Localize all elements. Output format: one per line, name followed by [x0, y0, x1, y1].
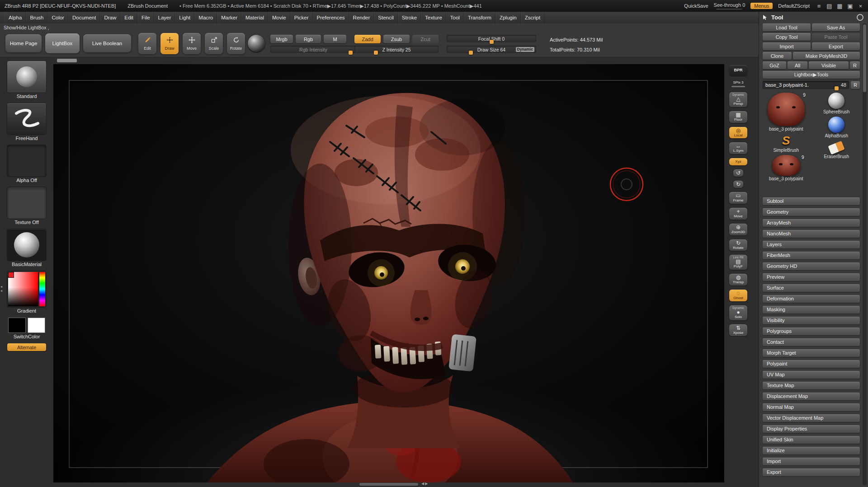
section-contact[interactable]: Contact — [763, 338, 860, 346]
tool-head-thumbnail[interactable] — [772, 155, 800, 176]
zadd-button[interactable]: Zadd — [354, 35, 381, 43]
l-sym-button[interactable]: ↔L.Sym — [729, 142, 747, 154]
rotate-mode-button[interactable]: Rotate — [227, 33, 245, 54]
section-subtool[interactable]: Subtool — [763, 197, 860, 205]
section-surface[interactable]: Surface — [763, 284, 860, 292]
live-boolean-button[interactable]: Live Boolean — [83, 34, 131, 52]
rgb-intensity-slider[interactable]: Rgb Intensity — [270, 46, 356, 53]
section-layers[interactable]: Layers — [763, 241, 860, 248]
menu-alpha[interactable]: Alpha — [5, 12, 26, 23]
section-polypaint[interactable]: Polypaint — [763, 360, 860, 368]
tray-scroll-arrows[interactable]: ◂◂ — [0, 285, 2, 293]
section-import[interactable]: Import — [763, 458, 860, 465]
menu-material[interactable]: Material — [241, 12, 268, 23]
rotate-button[interactable]: ↻Rotate — [729, 239, 747, 251]
menus-button[interactable]: Menus — [750, 3, 773, 9]
canvas-scrollbar-top[interactable] — [57, 59, 77, 62]
rgb-intensity-slider-handle[interactable] — [349, 51, 353, 55]
polyf-button[interactable]: Line Fill▤PolyF — [729, 255, 747, 270]
xpose-button[interactable]: ⇅Xpose — [729, 324, 747, 336]
alphabrush-thumb[interactable]: AlphaBrush — [825, 117, 848, 138]
floor-button[interactable]: ▦Floor — [729, 111, 747, 123]
alpha-off-thumbnail[interactable] — [7, 145, 46, 177]
draw-size-slider-handle[interactable] — [469, 51, 473, 55]
mrgb-button[interactable]: Mrgb — [270, 35, 293, 43]
edit-mode-button[interactable]: Edit — [138, 33, 156, 54]
menu-light[interactable]: Light — [175, 12, 194, 23]
menu-draw[interactable]: Draw — [100, 12, 120, 23]
move-button[interactable]: +Move — [729, 208, 747, 220]
section-deformation[interactable]: Deformation — [763, 295, 860, 303]
scale-mode-button[interactable]: Scale — [205, 33, 223, 54]
section-displacement-map[interactable]: Displacement Map — [763, 393, 860, 400]
solo-button[interactable]: Dynamic●Solo — [729, 305, 747, 320]
panel-scrollbar[interactable] — [863, 23, 867, 485]
zsub-button[interactable]: Zsub — [383, 35, 410, 43]
alternate-color-button[interactable]: Alternate — [7, 343, 46, 351]
see-through-track[interactable] — [716, 8, 742, 9]
menu-render[interactable]: Render — [349, 12, 374, 23]
section-texture-map[interactable]: Texture Map — [763, 382, 860, 389]
hue-strip[interactable] — [39, 272, 45, 306]
home-page-button[interactable]: Home Page — [5, 34, 42, 52]
transp-button[interactable]: ◍Transp — [729, 274, 747, 286]
menu-texture[interactable]: Texture — [421, 12, 446, 23]
section-preview[interactable]: Preview — [763, 273, 860, 281]
show-hide-lightbox-toggle[interactable]: Show/Hide LightBox , — [4, 25, 49, 30]
section-vector-displacement-map[interactable]: Vector Displacement Map — [763, 414, 860, 422]
menu-file[interactable]: File — [137, 12, 154, 23]
goz-button[interactable]: GoZ — [763, 61, 786, 69]
freehand-thumbnail[interactable] — [7, 103, 46, 135]
menu-zplugin[interactable]: Zplugin — [495, 12, 521, 23]
grid-icon[interactable]: ▦ — [836, 3, 844, 9]
move-mode-button[interactable]: Move — [183, 33, 201, 54]
active-tool-slider-handle[interactable] — [835, 86, 839, 90]
gradient-thumbnail[interactable] — [7, 271, 46, 307]
local-button[interactable]: ◎Local — [729, 127, 747, 139]
menu-document[interactable]: Document — [68, 12, 100, 23]
texture-off-thumbnail[interactable] — [7, 187, 46, 219]
section-geometry[interactable]: Geometry — [763, 208, 860, 216]
section-nanomesh[interactable]: NanoMesh — [763, 230, 860, 238]
section-export[interactable]: Export — [763, 468, 860, 476]
import-button[interactable]: Import — [763, 42, 811, 50]
zoom3d-button[interactable]: ⊕Zoom3D — [729, 224, 747, 235]
draw-size-slider[interactable]: Draw Size 64Dynamic — [447, 46, 536, 53]
menu-preferences[interactable]: Preferences — [313, 12, 349, 23]
secondary-color-swatch[interactable] — [28, 318, 45, 333]
focal-shift-slider[interactable]: Focal Shift 0 — [447, 35, 536, 42]
section-initialize[interactable]: Initialize — [763, 447, 860, 454]
eraser-brush-icon[interactable] — [828, 141, 845, 155]
ghost-button[interactable]: ◌Ghost — [729, 290, 747, 301]
m-button[interactable]: M — [324, 35, 346, 43]
switch-color-swatches[interactable] — [7, 318, 46, 333]
load-tool-button[interactable]: Load Tool — [763, 23, 811, 31]
panel-scroll-thumb[interactable] — [863, 24, 866, 92]
spix-3-button[interactable]: SPix 3 — [729, 80, 747, 88]
lightbox-button[interactable]: LightBox — [45, 33, 80, 53]
quicksave-button[interactable]: QuickSave — [684, 3, 708, 9]
active-tool-field[interactable]: base_3 polypaint-1. 48 — [763, 81, 849, 89]
standard-thumbnail[interactable] — [7, 61, 46, 93]
section-fibermesh[interactable]: FiberMesh — [763, 252, 860, 259]
z-intensity-slider[interactable]: Z Intensity 25 — [354, 46, 439, 53]
tool-head-thumbnail[interactable] — [768, 93, 805, 126]
spherebrush-thumb[interactable]: SphereBrush — [823, 93, 849, 114]
base-3-polypaint-thumb[interactable]: 9base_3 polypaint — [769, 155, 803, 181]
base-3-polypaint-thumb[interactable]: 9base_3 polypaint — [768, 93, 805, 131]
menu-edit[interactable]: Edit — [120, 12, 137, 23]
eraserbrush-thumb[interactable]: EraserBrush — [824, 140, 849, 159]
frame-button[interactable]: ▭Frame — [729, 192, 747, 204]
copy-tool-button[interactable]: Copy Tool — [763, 33, 811, 41]
export-button[interactable]: Export — [812, 42, 860, 50]
section-polygroups[interactable]: Polygroups — [763, 328, 860, 335]
mixer-icon[interactable]: ≡ — [815, 3, 823, 9]
xyz-button[interactable]: Xyz — [729, 158, 747, 165]
visible-button[interactable]: Visible — [809, 61, 849, 69]
section-arraymesh[interactable]: ArrayMesh — [763, 219, 860, 227]
simplebrush-thumb[interactable]: SSimpleBrush — [773, 134, 799, 153]
menu-color[interactable]: Color — [47, 12, 68, 23]
menu-picker[interactable]: Picker — [290, 12, 313, 23]
focal-shift-slider-handle[interactable] — [490, 40, 494, 44]
paste-tool-button[interactable]: Paste Tool — [812, 33, 860, 41]
